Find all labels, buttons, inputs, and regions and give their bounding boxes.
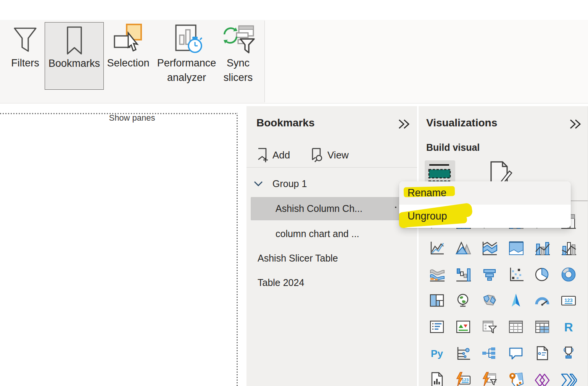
filled-map-icon[interactable]	[481, 292, 498, 309]
smart-narrative-icon[interactable]	[534, 345, 551, 362]
visual-gallery: 123RPy123	[429, 213, 577, 386]
r-script-visual-icon[interactable]: R	[560, 318, 577, 335]
scatter-chart-icon[interactable]	[507, 266, 524, 283]
more-options-icon[interactable]	[395, 207, 396, 208]
bookmarks-label: Bookmarks	[48, 56, 100, 71]
slicer-new-icon[interactable]	[481, 371, 498, 386]
power-automate-icon[interactable]	[560, 371, 577, 386]
azure-map-icon[interactable]	[507, 292, 524, 309]
add-bookmark-label: Add	[272, 149, 290, 161]
report-canvas-border-top	[0, 113, 238, 114]
context-menu-item-rename[interactable]: Rename	[399, 181, 571, 205]
bookmarks-pane: Bookmarks Add View Group 1	[246, 106, 417, 386]
treemap-icon[interactable]	[429, 292, 445, 309]
bookmark-group-label: Group 1	[272, 178, 307, 189]
view-bookmarks-label: View	[327, 149, 349, 161]
multi-row-card-icon[interactable]	[429, 318, 445, 335]
kpi-icon[interactable]	[455, 318, 472, 335]
selection-button[interactable]: Selection	[105, 21, 151, 92]
pie-chart-icon[interactable]	[534, 266, 551, 283]
performance-analyzer-icon	[169, 24, 204, 56]
format-visual-tab-icon	[488, 160, 515, 184]
rename-label: Rename	[408, 187, 446, 199]
view-bookmarks-button[interactable]: View	[311, 146, 349, 164]
svg-text:123: 123	[462, 378, 469, 382]
ribbon-empty-area	[265, 20, 588, 103]
area-chart-icon[interactable]	[455, 239, 472, 256]
line-and-clustered-column-chart-icon[interactable]	[560, 239, 577, 256]
performance-analyzer-button[interactable]: Performance analyzer	[153, 21, 221, 108]
view-bookmarks-icon	[311, 147, 324, 163]
add-bookmark-icon	[256, 147, 269, 163]
qa-visual-icon[interactable]	[507, 345, 524, 362]
report-canvas-border-right	[237, 113, 238, 386]
bookmarks-pane-title: Bookmarks	[256, 117, 315, 129]
chevron-down-icon[interactable]	[253, 180, 263, 187]
bookmarks-toolbar-divider	[246, 167, 417, 168]
bookmark-icon	[65, 26, 84, 56]
filters-button[interactable]: Filters	[5, 21, 45, 92]
key-influencers-icon[interactable]	[455, 345, 472, 362]
bookmarks-button[interactable]: Bookmarks	[45, 22, 104, 90]
matrix-icon[interactable]	[534, 318, 551, 335]
ribbon-show-panes-group: Filters Bookmarks Selection	[0, 20, 588, 103]
decomposition-tree-icon[interactable]	[481, 345, 498, 362]
add-bookmark-button[interactable]: Add	[256, 146, 290, 164]
sync-slicers-icon	[221, 24, 255, 56]
bookmark-item-label: column chart and ...	[275, 228, 359, 239]
bookmark-item[interactable]: Ashish Slicer Table	[258, 248, 338, 268]
visualizations-pane-title: Visualizations	[426, 117, 497, 129]
visualizations-pane: Visualizations Build visual 123RPy123	[419, 106, 588, 386]
bookmark-item[interactable]: column chart and ...	[275, 224, 359, 244]
stacked-area-chart-icon[interactable]	[481, 239, 498, 256]
arcgis-map-icon[interactable]	[507, 371, 524, 386]
bookmark-item-selected[interactable]: Ashish Column Ch...	[251, 197, 414, 220]
filter-icon	[11, 26, 39, 56]
svg-text:123: 123	[564, 297, 573, 303]
bookmark-item-label: Ashish Slicer Table	[258, 253, 338, 264]
line-and-stacked-column-chart-icon[interactable]	[534, 239, 551, 256]
build-visual-section-label: Build visual	[426, 142, 480, 153]
funnel-chart-icon[interactable]	[481, 266, 498, 283]
filters-label: Filters	[11, 56, 39, 70]
card-icon[interactable]: 123	[560, 292, 577, 309]
bookmark-item[interactable]: Table 2024	[258, 273, 304, 292]
double-chevron-right-icon[interactable]	[397, 118, 411, 130]
paginated-report-icon[interactable]	[429, 371, 445, 386]
sync-slicers-label: Sync slicers	[221, 56, 256, 85]
gauge-icon[interactable]	[534, 292, 551, 309]
100-stacked-area-chart-icon[interactable]	[507, 239, 524, 256]
bookmark-group-row[interactable]: Group 1	[253, 174, 307, 193]
map-icon[interactable]	[455, 292, 472, 309]
svg-text:R: R	[564, 320, 573, 334]
tab-format-visual[interactable]	[488, 160, 515, 184]
table-icon[interactable]	[507, 318, 524, 335]
selection-icon	[112, 23, 144, 56]
power-apps-icon[interactable]	[534, 371, 551, 386]
ribbon-group-label: Show panes	[0, 113, 264, 123]
metrics-icon[interactable]	[560, 345, 577, 362]
ribbon-group-separator	[264, 21, 265, 102]
bookmark-context-menu: Rename Ungroup	[399, 181, 571, 228]
bookmark-item-label: Ashish Column Ch...	[275, 197, 362, 220]
svg-text:Py: Py	[431, 348, 443, 359]
ungroup-label: Ungroup	[408, 210, 447, 222]
selection-label: Selection	[107, 56, 149, 70]
donut-chart-icon[interactable]	[560, 266, 577, 283]
ribbon-chart-icon[interactable]	[429, 266, 445, 283]
context-menu-item-ungroup[interactable]: Ungroup	[399, 205, 571, 228]
waterfall-chart-icon[interactable]	[455, 266, 472, 283]
python-visual-icon[interactable]: Py	[429, 345, 445, 362]
card-new-icon[interactable]: 123	[455, 371, 472, 386]
double-chevron-right-icon[interactable]	[568, 118, 582, 130]
bookmark-item-label: Table 2024	[258, 277, 304, 288]
sync-slicers-button[interactable]: Sync slicers	[221, 21, 256, 108]
slicer-icon[interactable]	[481, 318, 498, 335]
powerbi-window: Filters Bookmarks Selection	[0, 0, 588, 386]
line-chart-icon[interactable]	[429, 239, 445, 256]
performance-analyzer-label: Performance analyzer	[153, 56, 221, 85]
